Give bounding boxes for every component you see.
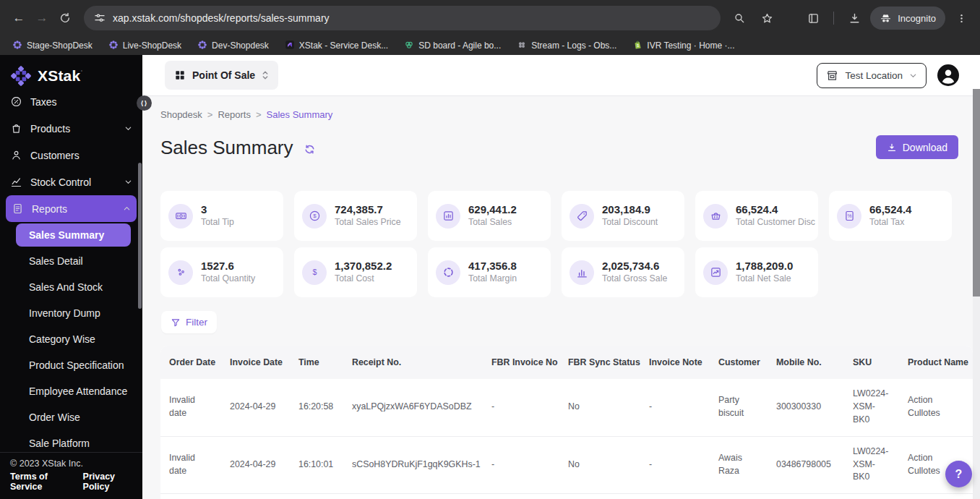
- card-value: 1,370,852.2: [335, 260, 392, 273]
- user-icon: [10, 149, 22, 161]
- sidebar-item-stock-control[interactable]: Stock Control: [0, 169, 142, 195]
- sidebar-subitem-label: Sales And Stock: [29, 281, 103, 293]
- bookmark-item[interactable]: Live-ShopDesk: [102, 38, 188, 54]
- sidebar-subitem-product-specification[interactable]: Product Specification: [0, 352, 142, 378]
- column-header[interactable]: Invoice Date: [221, 346, 290, 379]
- bar-chart-icon: [569, 260, 594, 285]
- summary-card-total-quantity: 1527.6Total Quantity: [160, 247, 283, 297]
- bookmark-star-icon[interactable]: [755, 7, 778, 30]
- bookmark-item[interactable]: XStak - Service Desk...: [278, 38, 395, 54]
- incognito-badge[interactable]: Incognito: [870, 7, 945, 30]
- summary-card-total-tax: %66,524.4Total Tax: [829, 191, 952, 241]
- download-button[interactable]: Download: [876, 135, 958, 159]
- table-cell: 300300330: [768, 379, 844, 436]
- refresh-icon[interactable]: [304, 144, 315, 155]
- basket-icon: [703, 204, 728, 229]
- table-cell: [290, 493, 343, 499]
- card-text: 66,524.4Total Customer Disc: [736, 203, 815, 228]
- dollar-icon: $: [302, 260, 327, 285]
- card-text: 1,370,852.2Total Cost: [335, 260, 392, 284]
- column-header[interactable]: Receipt No.: [343, 346, 483, 379]
- sidebar-scrollbar[interactable]: [138, 163, 142, 309]
- sidebar-subitem-inventory-dump[interactable]: Inventory Dump: [0, 300, 142, 326]
- sidebar-item-reports[interactable]: Reports: [6, 195, 137, 222]
- card-value: 66,524.4: [869, 203, 911, 217]
- shopify-bag-icon: S: [632, 40, 642, 52]
- table-cell: [899, 493, 973, 499]
- sidebar-subitem-order-wise[interactable]: Order Wise: [0, 404, 142, 430]
- column-header[interactable]: Mobile No.: [768, 346, 844, 379]
- sidebar-item-products[interactable]: Products: [0, 115, 142, 142]
- sidebar-item-customers[interactable]: Customers: [0, 142, 142, 169]
- table-cell: -: [640, 436, 710, 493]
- sidebar-subitem-employee-attendance[interactable]: Employee Attendance: [0, 378, 142, 404]
- page-scrollbar-thumb[interactable]: [973, 89, 980, 297]
- sidebar-subitem-sales-detail[interactable]: Sales Detail: [0, 248, 142, 274]
- download-icon: [887, 142, 897, 153]
- column-header[interactable]: Invoice Note: [640, 346, 710, 379]
- privacy-link[interactable]: Privacy Policy: [83, 472, 132, 492]
- bookmark-item[interactable]: SD board - Agile bo...: [397, 38, 507, 54]
- bookmark-item[interactable]: SIVR Testing · Home ·...: [626, 38, 741, 54]
- xstak-logo[interactable]: XStakʾ: [0, 55, 142, 97]
- table-row[interactable]: Invalid date2024-04-2916:10:01sCSoH8YDRu…: [160, 436, 973, 493]
- incognito-icon: [880, 12, 892, 25]
- sidebar-subitem-sale-platform[interactable]: Sale Platform: [0, 430, 142, 452]
- sidebar-subitem-sales-and-stock[interactable]: Sales And Stock: [0, 274, 142, 300]
- bookmark-item[interactable]: Dev-Shopdesk: [191, 38, 275, 54]
- chevron-down-icon: [124, 178, 132, 186]
- sidebar-collapse-icon[interactable]: ⟨⟩: [137, 95, 152, 111]
- column-header[interactable]: Order Date: [160, 346, 221, 379]
- breadcrumb-separator: >: [207, 109, 213, 120]
- column-header[interactable]: Product Name: [899, 346, 973, 379]
- card-label: Total Gross Sale: [602, 273, 667, 284]
- site-settings-icon[interactable]: [94, 12, 106, 24]
- circular-icon: [436, 260, 460, 285]
- forward-icon[interactable]: →: [30, 7, 53, 30]
- sidebar-subitem-category-wise[interactable]: Category Wise: [0, 326, 142, 352]
- column-header[interactable]: FBR Sync Status: [559, 346, 640, 379]
- breadcrumb-item[interactable]: Reports: [218, 109, 251, 120]
- flower-purple-icon: [108, 40, 119, 52]
- report-icon: [12, 202, 24, 215]
- filter-funnel-icon: [171, 317, 181, 328]
- chevron-down-icon: [124, 124, 132, 132]
- card-value: 629,441.2: [468, 203, 517, 217]
- table-cell: [768, 493, 844, 499]
- terms-link[interactable]: Terms of Service: [10, 472, 69, 492]
- breadcrumb-item[interactable]: Shopdesk: [160, 109, 202, 120]
- sidebar: XStakʾ TaxesProductsCustomersStock Contr…: [0, 55, 142, 499]
- column-header[interactable]: SKU: [844, 346, 899, 379]
- column-header[interactable]: Customer: [710, 346, 768, 379]
- summary-card-total-margin: 417,356.8Total Margin: [428, 247, 551, 297]
- copyright: © 2023 XStak Inc.: [10, 459, 132, 469]
- url-bar[interactable]: xap.xstak.com/shopdesk/reports/sales-sum…: [84, 6, 721, 30]
- table-header-row: Order DateInvoice DateTimeReceipt No.FBR…: [160, 346, 973, 379]
- filter-button[interactable]: Filter: [161, 311, 217, 333]
- column-header[interactable]: FBR Invoice No: [483, 346, 559, 379]
- table-row[interactable]: Invalid date2024-04-2916:20:58xyaLPQjzxW…: [160, 379, 973, 436]
- product-name-text: Action Cullotes: [908, 452, 950, 478]
- bookmark-item[interactable]: Stream - Logs - Obs...: [510, 38, 623, 54]
- sales-table: Order DateInvoice DateTimeReceipt No.FBR…: [160, 346, 973, 499]
- sidebar-item-taxes[interactable]: Taxes: [0, 97, 142, 115]
- table-cell: 16:20:58: [290, 379, 343, 436]
- extensions-icon[interactable]: [801, 7, 825, 30]
- point-of-sale-switcher[interactable]: Point Of Sale: [165, 61, 278, 90]
- table-cell: Party biscuit: [710, 379, 768, 436]
- reload-icon[interactable]: [53, 7, 77, 30]
- browser-menu-icon[interactable]: [950, 7, 973, 30]
- search-icon[interactable]: [728, 7, 751, 30]
- sidebar-subitem-label: Category Wise: [29, 333, 95, 345]
- column-header[interactable]: Time: [290, 346, 343, 379]
- downloads-icon[interactable]: [843, 7, 866, 30]
- user-avatar[interactable]: [937, 64, 959, 86]
- svg-text:$: $: [312, 268, 317, 276]
- url-text[interactable]: xap.xstak.com/shopdesk/reports/sales-sum…: [113, 12, 330, 24]
- back-icon[interactable]: ←: [7, 7, 30, 30]
- location-selector[interactable]: Test Location: [817, 63, 927, 88]
- help-button[interactable]: ?: [945, 461, 972, 487]
- bookmark-item[interactable]: Stage-ShopDesk: [6, 38, 99, 54]
- sidebar-subitem-sales-summary[interactable]: Sales Summary: [16, 223, 131, 247]
- table-row[interactable]: [160, 493, 973, 499]
